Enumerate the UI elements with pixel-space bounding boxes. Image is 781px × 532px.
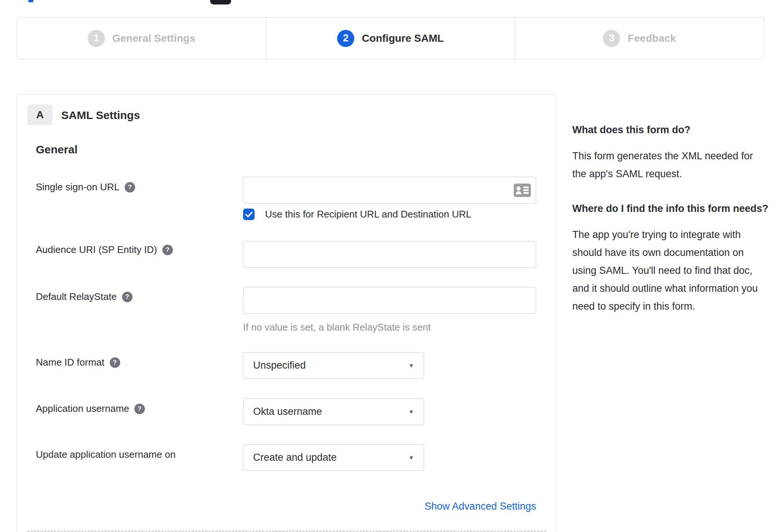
- relaystate-label: Default RelayState: [36, 291, 117, 303]
- saml-settings-panel: A SAML Settings General Single sign-on U…: [17, 94, 556, 532]
- step-2-number-badge: 2: [337, 30, 354, 47]
- step-general-settings[interactable]: 1 General Settings: [17, 18, 266, 59]
- app-username-label-row: Application username ?: [36, 403, 145, 414]
- header-cutoff-blue-fragment: [28, 0, 33, 2]
- general-group-title: General: [36, 143, 78, 156]
- audience-uri-input[interactable]: [243, 241, 536, 268]
- caret-down-icon: ▼: [408, 409, 414, 415]
- sso-url-label-row: Single sign-on URL ?: [36, 181, 135, 193]
- show-advanced-settings-link[interactable]: Show Advanced Settings: [243, 501, 536, 512]
- header-cutoff-logo-fragment: [210, 0, 231, 4]
- help-sidebar: What does this form do? This form genera…: [572, 121, 769, 332]
- relaystate-help-icon[interactable]: ?: [122, 292, 133, 302]
- name-id-format-label-row: Name ID format ?: [36, 357, 120, 368]
- help-answer-2: The app you're trying to integrate with …: [572, 226, 769, 315]
- name-id-format-label: Name ID format: [36, 357, 105, 368]
- update-username-label-row: Update application username on: [36, 449, 175, 460]
- wizard-stepper: 1 General Settings 2 Configure SAML 3 Fe…: [17, 17, 764, 59]
- step-feedback[interactable]: 3 Feedback: [515, 18, 764, 59]
- step-configure-saml[interactable]: 2 Configure SAML: [266, 18, 515, 59]
- sso-url-help-icon[interactable]: ?: [125, 182, 135, 193]
- recipient-url-checkbox-label: Use this for Recipient URL and Destinati…: [265, 209, 472, 220]
- app-username-help-icon[interactable]: ?: [134, 404, 145, 414]
- relaystate-hint: If no value is set, a blank RelayState i…: [243, 322, 431, 333]
- help-question-2: Where do I find the info this form needs…: [572, 200, 769, 218]
- step-3-label: Feedback: [628, 32, 676, 44]
- caret-down-icon: ▼: [408, 362, 414, 369]
- update-username-value: Create and update: [253, 452, 337, 463]
- section-dashed-divider: [27, 531, 546, 532]
- help-answer-1: This form generates the XML needed for t…: [572, 147, 769, 183]
- app-username-value: Okta username: [253, 406, 322, 417]
- audience-uri-help-icon[interactable]: ?: [162, 245, 173, 255]
- sso-url-label: Single sign-on URL: [36, 181, 119, 193]
- step-2-label: Configure SAML: [362, 32, 444, 44]
- audience-uri-label-row: Audience URI (SP Entity ID) ?: [36, 244, 173, 256]
- step-1-label: General Settings: [112, 32, 196, 44]
- app-username-select[interactable]: Okta username ▼: [243, 398, 424, 425]
- checkmark-icon: [245, 212, 253, 218]
- caret-down-icon: ▼: [408, 454, 414, 461]
- step-1-number-badge: 1: [88, 30, 105, 47]
- recipient-url-checkbox[interactable]: [243, 209, 255, 220]
- relaystate-label-row: Default RelayState ?: [36, 291, 133, 303]
- recipient-url-checkbox-row: Use this for Recipient URL and Destinati…: [243, 209, 472, 220]
- relaystate-input[interactable]: [243, 287, 536, 314]
- sso-url-input[interactable]: [243, 177, 536, 204]
- section-a-badge: A: [27, 104, 53, 125]
- name-id-format-help-icon[interactable]: ?: [110, 357, 120, 368]
- step-3-number-badge: 3: [603, 30, 620, 47]
- section-title: SAML Settings: [61, 109, 140, 122]
- app-username-label: Application username: [36, 403, 129, 414]
- update-username-select[interactable]: Create and update ▼: [243, 444, 424, 471]
- update-username-label: Update application username on: [36, 449, 175, 460]
- help-question-1: What does this form do?: [572, 121, 769, 139]
- name-id-format-select[interactable]: Unspecified ▼: [243, 352, 424, 379]
- audience-uri-label: Audience URI (SP Entity ID): [36, 244, 157, 256]
- name-id-format-value: Unspecified: [253, 360, 306, 371]
